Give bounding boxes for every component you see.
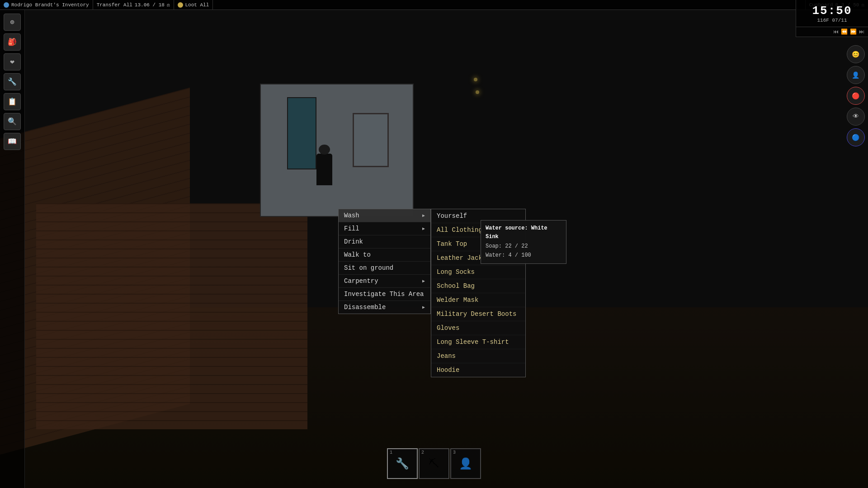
heart-icon: ❤ (10, 57, 14, 66)
sub-menu-item-school-bag[interactable]: School Bag (431, 279, 525, 293)
fill-arrow: ▶ (422, 226, 425, 231)
context-menu: Wash ▶ Fill ▶ Drink Walk to Sit on groun… (338, 209, 431, 314)
inventory-weight: 13.06 / 18 (135, 2, 165, 8)
menu-item-walk[interactable]: Walk to (339, 249, 430, 262)
clock-panel: 15:50 116F 07/11 (796, 0, 868, 27)
loot-icon (178, 2, 183, 8)
sub-menu-item-long-sleeve[interactable]: Long Sleeve T-shirt (431, 335, 525, 349)
long-socks-label: Long Socks (437, 268, 475, 276)
sidebar-search-btn[interactable]: 🔍 (4, 113, 21, 130)
lamp-dot-1 (474, 78, 477, 81)
clock-time: 15:50 (812, 4, 852, 18)
tooltip-title: Water source: White Sink (486, 224, 561, 241)
long-sleeve-label: Long Sleeve T-shirt (437, 338, 509, 346)
tooltip-soap: Soap: 22 / 22 (486, 242, 561, 251)
sidebar-health-btn[interactable]: ❤ (4, 53, 21, 70)
menu-item-fill[interactable]: Fill ▶ (339, 222, 430, 235)
clock-date: 116F 07/11 (817, 18, 847, 23)
media-forward[interactable]: ⏩ (850, 28, 857, 35)
menu-item-wash[interactable]: Wash ▶ (339, 209, 430, 222)
hotbar: 1 🔧 2 ⛏ 3 👤 (387, 448, 481, 479)
awareness-btn[interactable]: 👁 (847, 108, 865, 126)
loot-label: Loot All (185, 2, 209, 8)
door (287, 97, 316, 169)
player-character (316, 154, 332, 185)
hotbar-slot-2-icon: ⛏ (429, 457, 439, 470)
military-boots-label: Military Desert Boots (437, 310, 516, 318)
menu-drink-label: Drink (344, 238, 363, 245)
character-icon: 👤 (852, 71, 859, 79)
sub-menu-item-hoodie[interactable]: Hoodie (431, 363, 525, 377)
welder-mask-label: Welder Mask (437, 296, 478, 304)
weight-icon: ⚖ (167, 2, 170, 8)
transfer-section[interactable]: Transfer All 13.06 / 18 ⚖ (93, 0, 174, 9)
window (353, 113, 389, 167)
mood-btn[interactable]: 😊 (847, 45, 865, 63)
menu-investigate-label: Investigate This Area (344, 291, 424, 298)
inventory-label: Rodrigo Brandt's Inventory (11, 2, 89, 8)
sidebar-crafting-btn[interactable]: 🔧 (4, 73, 21, 90)
menu-item-drink[interactable]: Drink (339, 235, 430, 249)
media-forward-end[interactable]: ⏭ (859, 28, 864, 35)
sub-menu-item-welder-mask[interactable]: Welder Mask (431, 293, 525, 307)
loot-panel: Loot All (174, 0, 213, 9)
tooltip-box: Water source: White Sink Soap: 22 / 22 W… (481, 220, 566, 264)
hoodie-label: Hoodie (437, 366, 459, 374)
sidebar-map-btn[interactable]: ⊕ (4, 14, 21, 31)
lamp-dot-2 (476, 90, 479, 94)
stealth-icon: 🔵 (852, 134, 859, 141)
inventory-panel: Rodrigo Brandt's Inventory (0, 0, 93, 9)
top-bar: Rodrigo Brandt's Inventory Transfer All … (0, 0, 868, 10)
mood-icon: 😊 (852, 51, 859, 58)
hotbar-slot-1[interactable]: 1 🔧 (387, 448, 418, 479)
menu-fill-label: Fill (344, 225, 359, 232)
menu-carpentry-label: Carpentry (344, 277, 378, 285)
menu-disassemble-label: Disassemble (344, 304, 386, 311)
sub-menu-item-jeans[interactable]: Jeans (431, 349, 525, 363)
menu-item-carpentry[interactable]: Carpentry ▶ (339, 275, 430, 288)
menu-item-disassemble[interactable]: Disassemble ▶ (339, 301, 430, 314)
wrench-icon: 🔧 (8, 77, 17, 86)
eye-icon: 👁 (853, 113, 859, 120)
disassemble-arrow: ▶ (422, 305, 425, 310)
media-rewind-start[interactable]: ⏮ (833, 28, 839, 35)
inventory-icon: 🎒 (8, 38, 17, 47)
menu-wash-label: Wash (344, 212, 359, 219)
menu-item-sit[interactable]: Sit on ground (339, 262, 430, 275)
left-sidebar: ⊕ 🎒 ❤ 🔧 📋 🔍 📖 (0, 10, 25, 488)
menu-sit-label: Sit on ground (344, 264, 393, 272)
sidebar-inventory-btn[interactable]: 🎒 (4, 33, 21, 51)
inventory-icon (4, 2, 9, 8)
carpentry-arrow: ▶ (422, 278, 425, 284)
danger-icon: 🔴 (852, 92, 859, 100)
map-icon: ⊕ (10, 18, 14, 27)
sidebar-notebook-btn[interactable]: 📋 (4, 93, 21, 110)
sub-menu-item-long-socks[interactable]: Long Socks (431, 265, 525, 279)
stealth-btn[interactable]: 🔵 (847, 128, 865, 146)
hotbar-slot-2[interactable]: 2 ⛏ (419, 448, 449, 479)
wash-arrow: ▶ (422, 213, 425, 218)
jeans-label: Jeans (437, 352, 456, 360)
hotbar-slot-1-icon: 🔧 (396, 457, 409, 470)
hotbar-slot-3-icon: 👤 (459, 457, 472, 470)
hotbar-slot-2-num: 2 (421, 450, 424, 455)
hotbar-slot-3[interactable]: 3 👤 (450, 448, 481, 479)
menu-item-investigate[interactable]: Investigate This Area (339, 288, 430, 301)
sub-menu-item-military-boots[interactable]: Military Desert Boots (431, 307, 525, 321)
character-btn[interactable]: 👤 (847, 66, 865, 84)
sub-menu-item-gloves[interactable]: Gloves (431, 321, 525, 335)
gloves-label: Gloves (437, 324, 459, 332)
media-controls: ⏮ ⏪ ⏩ ⏭ (796, 27, 868, 37)
all-clothing-label: All Clothing (437, 226, 482, 234)
media-rewind[interactable]: ⏪ (841, 28, 848, 35)
school-bag-label: School Bag (437, 282, 475, 290)
tank-top-label: Tank Top (437, 240, 467, 248)
hotbar-slot-3-num: 3 (453, 450, 456, 455)
transfer-label[interactable]: Transfer All (97, 2, 132, 8)
menu-walk-label: Walk to (344, 251, 371, 258)
right-panel: 😊 👤 🔴 👁 🔵 (843, 45, 868, 146)
sidebar-skills-btn[interactable]: 📖 (4, 133, 21, 150)
yourself-label: Yourself (437, 212, 467, 220)
bathroom-interior (260, 84, 414, 217)
danger-btn[interactable]: 🔴 (847, 87, 865, 105)
